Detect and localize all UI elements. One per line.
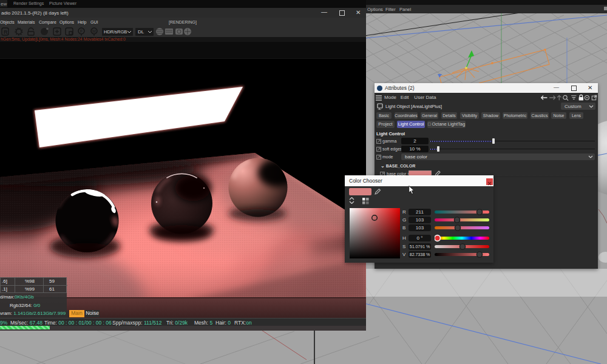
svg-text:F: F (80, 29, 83, 33)
svg-text:M: M (92, 29, 96, 33)
svg-text:HDR/sRGB: HDR/sRGB (104, 29, 127, 35)
svg-text:DL: DL (138, 29, 144, 35)
svg-text:R: R (4, 29, 8, 35)
